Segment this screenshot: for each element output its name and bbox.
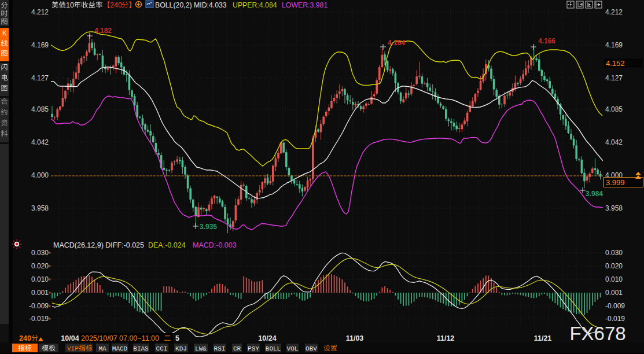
svg-text:-0.019: -0.019: [29, 315, 49, 323]
svg-text:RSI: RSI: [214, 345, 226, 352]
svg-text:4.212: 4.212: [31, 8, 49, 16]
svg-text:0.010: 0.010: [31, 275, 49, 283]
svg-text:MACD:-0.003: MACD:-0.003: [193, 241, 237, 249]
svg-text:MACD(26,12,9) DIFF:-0.025: MACD(26,12,9) DIFF:-0.025: [53, 241, 144, 249]
svg-text:2025/10/07 07:00~11:00: 2025/10/07 07:00~11:00: [81, 334, 159, 342]
svg-text:MACD: MACD: [112, 345, 128, 352]
svg-text:4.169: 4.169: [31, 41, 49, 49]
svg-text:BOLL: BOLL: [266, 345, 281, 352]
svg-text:240: 240: [110, 1, 122, 9]
svg-text:VIP: VIP: [67, 345, 79, 352]
svg-text:0.001: 0.001: [31, 289, 49, 297]
svg-text:4.127: 4.127: [605, 74, 623, 82]
svg-text:3.958: 3.958: [31, 204, 49, 212]
svg-text:4.182: 4.182: [94, 27, 112, 35]
svg-text:3.984: 3.984: [586, 190, 603, 198]
svg-text:VOL: VOL: [287, 345, 299, 352]
svg-text:BOLL(20,2) MID:4.033: BOLL(20,2) MID:4.033: [155, 1, 227, 9]
svg-text:3.999: 3.999: [606, 178, 625, 187]
svg-text:4.164: 4.164: [388, 39, 405, 47]
svg-text:0.001: 0.001: [605, 289, 623, 297]
svg-text:4.127: 4.127: [31, 74, 49, 82]
svg-text:0.010: 0.010: [605, 275, 623, 283]
svg-text:LW&: LW&: [195, 345, 207, 352]
svg-text:FX678: FX678: [569, 323, 625, 344]
svg-text:0.020: 0.020: [605, 262, 623, 270]
svg-text:-0.009: -0.009: [29, 302, 49, 310]
svg-text:240: 240: [19, 334, 31, 342]
svg-text:3.958: 3.958: [605, 204, 623, 212]
svg-text:4.169: 4.169: [605, 41, 623, 49]
svg-text:4.085: 4.085: [605, 105, 623, 113]
svg-text:4.042: 4.042: [605, 138, 623, 146]
svg-text:5: 5: [175, 334, 179, 342]
svg-text:10/04: 10/04: [61, 334, 79, 342]
svg-text:BIAS: BIAS: [133, 345, 149, 352]
svg-text:KDJ: KDJ: [175, 345, 187, 352]
svg-text:11/12: 11/12: [437, 334, 455, 342]
svg-text:4.085: 4.085: [31, 105, 49, 113]
svg-text:PSY: PSY: [248, 345, 259, 352]
svg-text:4.212: 4.212: [605, 8, 623, 16]
svg-text:3.935: 3.935: [200, 223, 217, 231]
svg-text:4.152: 4.152: [606, 59, 625, 68]
svg-text:11/03: 11/03: [346, 334, 364, 342]
svg-text:4.000: 4.000: [31, 171, 49, 179]
svg-text:LOWER:3.981: LOWER:3.981: [282, 1, 327, 9]
svg-text:0.030: 0.030: [605, 249, 623, 257]
svg-text:-0.019: -0.019: [605, 315, 625, 323]
svg-text:11/21: 11/21: [534, 334, 552, 342]
svg-text:10: 10: [66, 1, 74, 9]
svg-text:CCI: CCI: [156, 345, 168, 352]
svg-text:4.042: 4.042: [31, 138, 49, 146]
svg-text:-0.009: -0.009: [605, 302, 625, 310]
svg-text:OBV: OBV: [306, 345, 317, 352]
svg-text:DEA:-0.024: DEA:-0.024: [148, 241, 186, 249]
svg-text:0.030: 0.030: [31, 249, 49, 257]
svg-text:MA: MA: [98, 345, 106, 352]
svg-text:0.020: 0.020: [31, 262, 49, 270]
svg-text:10/24: 10/24: [258, 334, 276, 342]
svg-text:4.166: 4.166: [538, 37, 555, 45]
svg-text:CR: CR: [233, 345, 241, 352]
svg-text:UPPER:4.084: UPPER:4.084: [233, 1, 277, 9]
